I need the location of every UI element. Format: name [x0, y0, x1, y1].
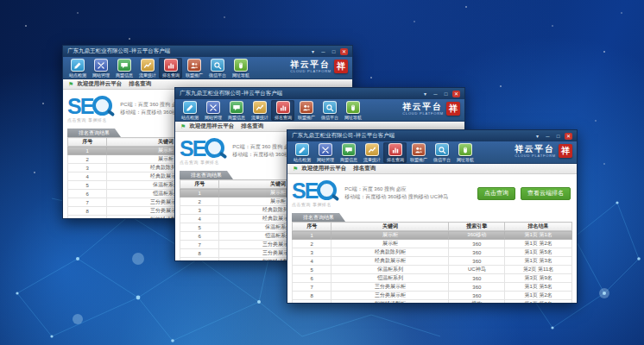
table-cell: 经典款陈列柜 — [331, 248, 449, 257]
toolbar-item-rank-query[interactable]: 排名查询 — [271, 100, 294, 121]
brand: 祥云平台 CLOUD PLATFORM 祥 — [515, 144, 572, 158]
toolbar-item-alliance-promo[interactable]: 联盟推广 — [294, 100, 318, 121]
skin-button[interactable]: ▾ — [421, 91, 429, 97]
bar-chart-icon — [276, 101, 290, 114]
toolbar-label: 网站管理 — [316, 157, 333, 162]
table-cell: 360 — [449, 240, 505, 248]
toolbar-item-site-manage[interactable]: 网站管理 — [201, 100, 224, 121]
content-area: SE 点击查询 掌握排名 PC端：百度 360 搜狗 必应 移动端：百度移动 3… — [287, 174, 577, 304]
table-cell: 第1页 第5名 — [505, 248, 572, 257]
col-header-no: 序号 — [180, 180, 219, 189]
table-row[interactable]: 2展示柜360第1页 第2名 — [293, 240, 572, 248]
close-button[interactable]: ✕ — [452, 91, 460, 97]
toolbar-label: 网站管理 — [92, 72, 109, 78]
toolbar-item-site-manage[interactable]: 网站管理 — [89, 58, 112, 78]
table-cell: 1 — [68, 147, 107, 155]
toolbar-item-site-manage[interactable]: 网站管理 — [313, 142, 337, 163]
table-row[interactable]: 8三分类展示柜360第1页 第2名 — [293, 292, 572, 300]
toolbar-label: 网址导航 — [231, 72, 249, 78]
welcome-section-label: 排名查询 — [353, 165, 376, 172]
magnifier-icon — [317, 180, 337, 200]
line-chart-icon — [141, 59, 155, 72]
welcome-text: 欢迎使用祥云平台 — [301, 165, 346, 172]
toolbar-item-site-nav[interactable]: 网址导航 — [453, 142, 477, 163]
toolbar-item-alliance-info[interactable]: 商盟信息 — [224, 100, 248, 121]
table-cell: 3 — [180, 206, 219, 215]
toolbar-item-alliance-promo[interactable]: 联盟推广 — [407, 142, 430, 163]
skin-button[interactable]: ▾ — [309, 48, 317, 55]
toolbar-item-site-check[interactable]: 站点检测 — [66, 58, 89, 78]
window-title: 广东九鼎王柜业有限公司-祥云平台客户端 — [67, 47, 309, 55]
toolbar-item-alliance-info[interactable]: 商盟信息 — [337, 142, 360, 163]
titlebar[interactable]: 广东九鼎王柜业有限公司-祥云平台客户端 ▾ ─ □ ✕ — [287, 130, 577, 141]
bar-chart-icon — [388, 143, 402, 156]
window-title: 广东九鼎王柜业有限公司-祥云平台客户端 — [292, 132, 534, 140]
brand-text: 祥云平台 CLOUD PLATFORM — [290, 60, 331, 73]
seo-slogan: 点击查询 掌握排名 — [67, 117, 112, 122]
table-row[interactable]: 1展示柜360移动第1页 第1名 — [293, 231, 572, 240]
toolbar-item-site-check[interactable]: 站点检测 — [178, 100, 201, 121]
welcome-text: 欢迎使用祥云平台 — [77, 80, 122, 88]
maximize-button[interactable]: □ — [442, 91, 450, 97]
seo-logo-text: SE — [67, 97, 92, 116]
cloud-rank-button[interactable]: 查看云端排名 — [521, 187, 571, 200]
table-cell: 第1页 第1名 — [505, 231, 572, 240]
welcome-section-label: 排名查询 — [129, 80, 151, 88]
toolbar-label: 流量统计 — [363, 157, 380, 162]
seo-logo-mark: SE — [67, 96, 112, 116]
toolbar-label: 微信平台 — [432, 157, 450, 162]
close-button[interactable]: ✕ — [340, 48, 348, 55]
toolbar-item-rank-query[interactable]: 排名查询 — [159, 58, 182, 78]
toolbar-label: 联盟推广 — [185, 72, 202, 78]
query-button[interactable]: 点击查询 — [477, 187, 515, 200]
table-cell: UC神马 — [449, 266, 505, 274]
table-cell: 三分类展示柜 — [331, 292, 449, 300]
line-chart-icon — [253, 101, 267, 114]
results-tab[interactable]: 排名查询结果 — [67, 129, 121, 137]
flag-icon: ⚑ — [293, 166, 298, 172]
skin-button[interactable]: ▾ — [534, 133, 541, 140]
minimize-button[interactable]: ─ — [319, 48, 327, 55]
table-row[interactable]: 3经典款陈列柜360第1页 第5名 — [293, 248, 572, 257]
toolbar-item-wechat[interactable]: 微信平台 — [318, 100, 341, 121]
close-button[interactable]: ✕ — [565, 133, 572, 140]
table-cell: 5 — [180, 223, 219, 232]
toolbar-label: 商盟信息 — [339, 157, 357, 162]
seo-logo-text: SE — [292, 181, 317, 200]
toolbar-item-rank-query[interactable]: 排名查询 — [383, 142, 407, 163]
toolbar-item-site-check[interactable]: 站点检测 — [290, 142, 313, 163]
toolbar-item-traffic-stats[interactable]: 流量统计 — [136, 58, 159, 78]
minimize-button[interactable]: ─ — [432, 91, 439, 97]
table-cell: 6 — [293, 274, 331, 283]
results-tab[interactable]: 排名查询结果 — [292, 213, 345, 222]
table-row[interactable]: 4经典款展示柜360第1页 第3名 — [293, 257, 572, 266]
results-table: 序号 关键词 搜索引擎 排名结果 1展示柜360移动第1页 第1名2展示柜360… — [292, 222, 572, 304]
flag-icon: ⚑ — [180, 123, 186, 129]
toolbar-item-site-nav[interactable]: 网址导航 — [341, 100, 364, 121]
toolbar-item-traffic-stats[interactable]: 流量统计 — [360, 142, 383, 163]
table-cell: 第1页 第2名 — [505, 300, 572, 304]
minimize-button[interactable]: ─ — [544, 133, 552, 140]
toolbar-item-site-nav[interactable]: 网址导航 — [229, 58, 252, 78]
toolbar-item-traffic-stats[interactable]: 流量统计 — [248, 100, 271, 121]
maximize-button[interactable]: □ — [554, 133, 562, 140]
table-row[interactable]: 7三分类展示柜360第1页 第5名 — [293, 283, 572, 292]
maximize-button[interactable]: □ — [330, 48, 338, 55]
search-icon — [435, 143, 449, 156]
mobile-engines-line: 移动端：百度移动 360移动 搜狗移动 UC神马 — [344, 193, 448, 201]
results-tab[interactable]: 排名查询结果 — [180, 171, 233, 179]
titlebar[interactable]: 广东九鼎王柜业有限公司-祥云平台客户端 ▾ ─ □ ✕ — [63, 46, 352, 57]
titlebar[interactable]: 广东九鼎王柜业有限公司-祥云平台客户端 ▾ ─ □ ✕ — [175, 88, 464, 99]
toolbar-item-wechat[interactable]: 微信平台 — [205, 58, 229, 78]
toolbar-item-alliance-info[interactable]: 商盟信息 — [112, 58, 136, 78]
toolbar-item-alliance-promo[interactable]: 联盟推广 — [182, 58, 205, 78]
toolbar-item-wechat[interactable]: 微信平台 — [430, 142, 453, 163]
mouse-icon — [458, 143, 472, 156]
table-row[interactable]: 9智能经济型柜搜狗第1页 第2名 — [293, 300, 572, 304]
brand-subtitle: CLOUD PLATFORM — [515, 154, 556, 158]
table-row[interactable]: 6恒温柜系列360第3页 第9名 — [293, 274, 572, 283]
bar-chart-icon — [164, 59, 178, 72]
table-cell: 智能经济型柜 — [331, 300, 449, 304]
col-header-rank: 排名结果 — [505, 223, 572, 231]
table-row[interactable]: 5保温柜系列UC神马第2页 第11名 — [293, 266, 572, 274]
